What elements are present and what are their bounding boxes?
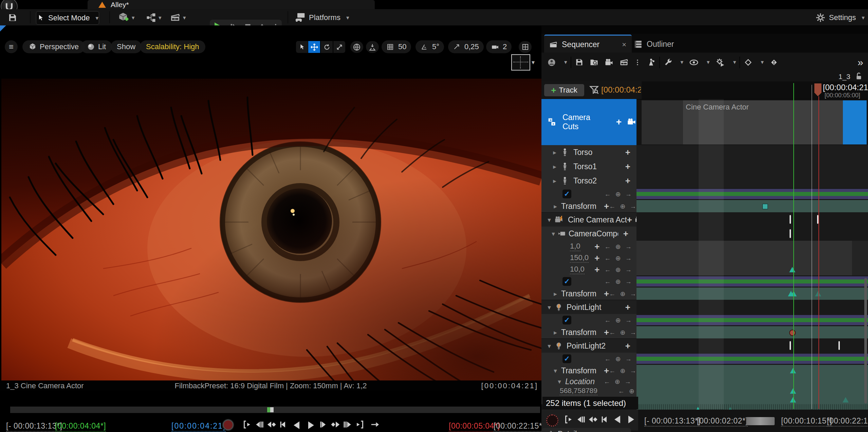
cinematics-dropdown[interactable]: ▾ bbox=[170, 11, 186, 24]
timeline-lane-3[interactable] bbox=[636, 188, 868, 200]
perspective-dropdown[interactable]: Perspective bbox=[22, 40, 85, 53]
timeline-lane-9[interactable] bbox=[636, 264, 868, 276]
blueprints-dropdown[interactable]: ▾ bbox=[146, 11, 162, 24]
add-section-icon[interactable]: + bbox=[625, 161, 630, 172]
keyframe-nav[interactable]: ← ⊕ → bbox=[605, 243, 633, 251]
keyframe-nav[interactable]: ← ⊕ → bbox=[604, 378, 632, 386]
add-actor-dropdown[interactable]: ▾ bbox=[118, 11, 135, 24]
track-row-bool-16[interactable]: ✓ ← ⊕ → bbox=[541, 353, 636, 365]
sequencer-current-time[interactable]: [00:00:04:21] bbox=[601, 85, 641, 95]
jump-to-front-icon[interactable] bbox=[242, 419, 253, 430]
world-override-icon[interactable] bbox=[547, 58, 556, 67]
playback-end-field[interactable]: [00:00:05:04*] bbox=[449, 421, 500, 432]
viewport-layout-widget[interactable] bbox=[511, 54, 530, 71]
track-row-transform[interactable]: ▸ Transform + ← ⊕ → bbox=[541, 288, 636, 300]
world-coordinate-button[interactable] bbox=[350, 41, 363, 53]
viewport-options-menu[interactable]: ≡ bbox=[5, 40, 18, 53]
timeline-lane-12[interactable] bbox=[636, 300, 868, 314]
auto-key-icon[interactable] bbox=[769, 58, 779, 67]
expander-icon[interactable]: ▸ bbox=[552, 329, 558, 336]
track-active-checkbox[interactable]: ✓ bbox=[562, 190, 571, 198]
track-row-1-0[interactable]: 1,0 + ← ⊕ → bbox=[541, 241, 636, 253]
timeline-lane-6[interactable] bbox=[636, 227, 868, 241]
play-forward-icon[interactable] bbox=[625, 414, 636, 425]
track-row-transform[interactable]: ▸ Transform + ← ⊕ → bbox=[541, 200, 636, 213]
keyframe-nav[interactable]: ← ⊕ → bbox=[605, 254, 633, 262]
expander-icon[interactable]: ▸ bbox=[552, 202, 558, 210]
track-row-torso[interactable]: ▸ Torso + bbox=[541, 145, 636, 160]
level-viewport[interactable]: ≡ Perspective Lit Show Scalability: High bbox=[0, 25, 541, 432]
keyframe-marker[interactable] bbox=[843, 397, 849, 402]
track-row-bool-13[interactable]: ✓ ← ⊕ → bbox=[541, 314, 636, 327]
surface-snapping-button[interactable] bbox=[366, 41, 379, 53]
range-start-field[interactable]: [- 00:00:13:13*] bbox=[6, 421, 62, 432]
add-camera-cut-icon[interactable]: + bbox=[616, 117, 622, 127]
save-sequence-icon[interactable] bbox=[575, 58, 584, 67]
add-section-icon[interactable]: + bbox=[625, 147, 630, 158]
chevron-down-icon[interactable]: ▾ bbox=[681, 59, 684, 66]
overflow-chevrons-icon[interactable]: » bbox=[857, 57, 863, 68]
keyframe-nav[interactable]: ← ⊕ → bbox=[609, 202, 638, 210]
add-track-icon[interactable]: + bbox=[627, 215, 632, 225]
add-track-icon[interactable]: + bbox=[625, 302, 630, 313]
track-active-checkbox[interactable]: ✓ bbox=[562, 316, 571, 325]
sequencer-zoom-scrollbar[interactable] bbox=[746, 417, 775, 425]
save-button[interactable] bbox=[7, 11, 18, 24]
track-row-pointlight2[interactable]: ▾ PointLight2 + bbox=[541, 338, 636, 353]
add-track-icon[interactable]: + bbox=[625, 341, 630, 351]
track-row-568-758789[interactable]: 568,758789 ← ⊕ bbox=[541, 387, 636, 396]
playback-start-field[interactable]: [00:00:04:04*] bbox=[55, 421, 106, 432]
platforms-dropdown[interactable]: Platforms ▾ bbox=[295, 11, 349, 24]
timeline-lane-10[interactable] bbox=[636, 275, 868, 288]
expander-icon[interactable]: ▸ bbox=[552, 163, 558, 171]
timeline-lane-7[interactable] bbox=[636, 241, 868, 253]
add-key-icon[interactable]: + bbox=[604, 289, 609, 299]
sequencer-record-button[interactable] bbox=[546, 414, 558, 427]
timeline-lane-2[interactable] bbox=[636, 174, 868, 188]
timeline-lane-4[interactable] bbox=[636, 200, 868, 213]
add-section-icon[interactable]: + bbox=[625, 176, 630, 186]
expander-icon[interactable]: ▸ bbox=[552, 290, 558, 298]
keyframe-marker[interactable] bbox=[789, 267, 795, 272]
seq-range-end-field[interactable]: [00:00:22:15*] bbox=[827, 416, 868, 427]
scrubber-thumb[interactable] bbox=[270, 407, 274, 412]
play-reverse-icon[interactable] bbox=[612, 414, 623, 425]
track-row-10-0[interactable]: 10,0 + ← ⊕ → bbox=[541, 264, 636, 276]
chevron-down-icon[interactable]: ▾ bbox=[707, 59, 710, 66]
track-row-bool-3[interactable]: ✓ ← ⊕ → bbox=[541, 188, 636, 200]
move-tool-button[interactable] bbox=[308, 41, 320, 53]
timeline-lane-17[interactable] bbox=[636, 365, 868, 377]
play-reverse-icon[interactable] bbox=[291, 419, 302, 430]
view-options-eye-icon[interactable] bbox=[689, 57, 699, 67]
expander-icon[interactable]: ▸ bbox=[552, 149, 558, 156]
camera-cuts-section-pre[interactable] bbox=[642, 100, 684, 144]
next-key-icon[interactable] bbox=[331, 419, 341, 430]
timeline-lane-20[interactable] bbox=[636, 395, 868, 405]
expander-icon[interactable]: ▾ bbox=[546, 303, 552, 311]
scalability-warning[interactable]: Scalability: High bbox=[140, 40, 205, 53]
timeline-lane-14[interactable] bbox=[636, 326, 868, 339]
camera-icon[interactable] bbox=[627, 117, 636, 127]
previous-key-icon[interactable] bbox=[266, 419, 277, 430]
keyframe-marker[interactable] bbox=[815, 291, 821, 296]
channel-value[interactable]: 568,758789 bbox=[560, 387, 597, 395]
add-key-icon[interactable]: + bbox=[604, 366, 609, 376]
expander-icon[interactable]: ▾ bbox=[550, 230, 556, 238]
keyframe-marker[interactable] bbox=[790, 368, 796, 373]
close-icon[interactable]: × bbox=[621, 429, 625, 432]
playback-settings-icon[interactable] bbox=[715, 57, 725, 67]
previous-frame-icon[interactable] bbox=[254, 419, 265, 430]
track-row-torso1[interactable]: ▸ Torso1 + bbox=[541, 159, 636, 174]
track-active-checkbox[interactable]: ✓ bbox=[562, 354, 571, 363]
playback-options-wrench-icon[interactable] bbox=[663, 58, 673, 67]
play-forward-icon[interactable] bbox=[305, 419, 316, 430]
keyframe-nav[interactable]: ← ⊕ → bbox=[605, 355, 633, 363]
keyframe-marker[interactable] bbox=[838, 341, 840, 350]
record-button[interactable] bbox=[223, 419, 234, 430]
timeline-ruler[interactable]: [00:00:04:21] [00:00:05:00] [00:00 bbox=[642, 81, 868, 99]
chevron-down-icon[interactable]: ▾ bbox=[761, 59, 764, 66]
current-time-field[interactable]: [00:00:04:21] bbox=[171, 421, 226, 432]
track-row-torso2[interactable]: ▸ Torso2 + bbox=[541, 174, 636, 188]
keyframe-nav[interactable]: ← ⊕ → bbox=[609, 290, 638, 298]
chevron-down-icon[interactable]: ▾ bbox=[564, 59, 567, 66]
